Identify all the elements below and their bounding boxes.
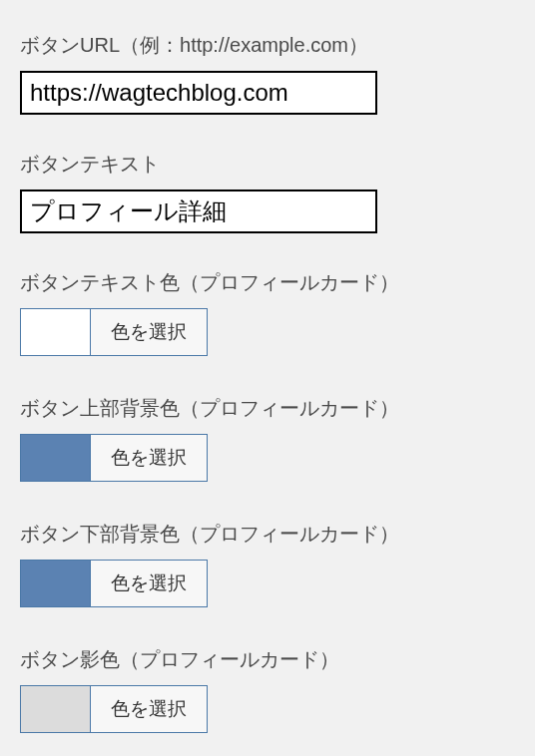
text-color-label: ボタンテキスト色（プロフィールカード） [20,269,515,296]
bg-top-color-swatch [21,435,91,481]
bg-top-color-picker[interactable]: 色を選択 [20,434,208,482]
shadow-color-swatch [21,686,91,732]
text-color-picker[interactable]: 色を選択 [20,308,208,356]
shadow-color-button[interactable]: 色を選択 [91,686,207,732]
button-text-label: ボタンテキスト [20,151,515,178]
text-color-swatch [21,309,91,355]
text-color-button[interactable]: 色を選択 [91,309,207,355]
bg-bottom-color-button[interactable]: 色を選択 [91,561,207,606]
bg-bottom-color-swatch [21,561,91,606]
shadow-color-label: ボタン影色（プロフィールカード） [20,646,515,673]
shadow-color-picker[interactable]: 色を選択 [20,685,208,733]
bg-top-color-label: ボタン上部背景色（プロフィールカード） [20,395,515,422]
bg-bottom-color-picker[interactable]: 色を選択 [20,560,208,607]
bg-top-color-button[interactable]: 色を選択 [91,435,207,481]
bg-bottom-color-label: ボタン下部背景色（プロフィールカード） [20,521,515,548]
button-url-label: ボタンURL（例：http://example.com） [20,32,515,59]
button-url-input[interactable] [20,71,377,115]
button-text-input[interactable] [20,189,377,233]
